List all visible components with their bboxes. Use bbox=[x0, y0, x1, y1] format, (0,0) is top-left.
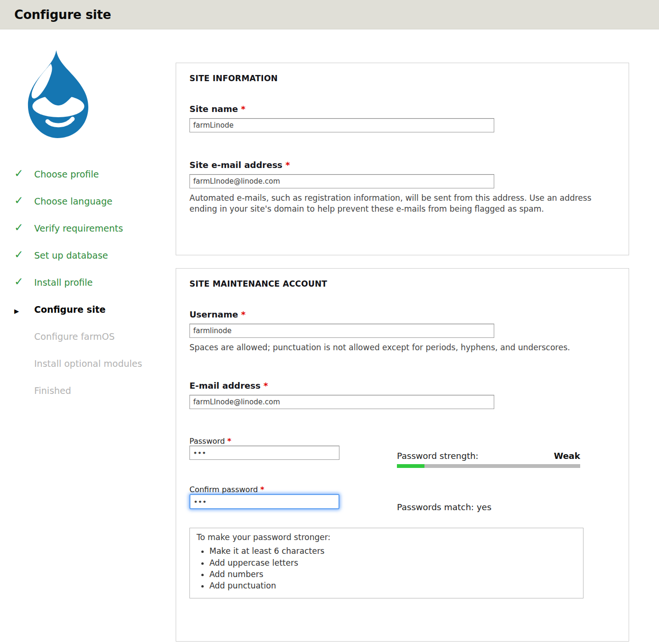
passwords-match-value: yes bbox=[477, 502, 491, 512]
site-information-legend: SITE INFORMATION bbox=[189, 74, 615, 83]
step-label: Choose language bbox=[34, 196, 113, 206]
account-email-field: E-mail address * bbox=[189, 381, 615, 409]
step-label: Verify requirements bbox=[34, 223, 123, 233]
password-label: Password * bbox=[189, 437, 231, 446]
site-email-input[interactable] bbox=[189, 174, 494, 188]
confirm-password-label: Confirm password * bbox=[189, 485, 264, 494]
required-asterisk: * bbox=[260, 485, 264, 494]
confirm-password-field: Confirm password * bbox=[189, 485, 397, 512]
site-information-section: SITE INFORMATION Site name * Site e-mail… bbox=[176, 63, 629, 255]
step-label: Finished bbox=[34, 385, 71, 396]
required-asterisk: * bbox=[241, 309, 245, 319]
required-asterisk: * bbox=[285, 160, 290, 170]
site-maintenance-account-section: SITE MAINTENANCE ACCOUNT Username * Spac… bbox=[176, 268, 629, 642]
check-icon: ✓ bbox=[14, 168, 28, 179]
sidebar-item-choose-profile: ✓ Choose profile bbox=[14, 169, 176, 180]
sidebar-item-install-optional-modules: Install optional modules bbox=[14, 358, 176, 369]
password-input[interactable] bbox=[189, 446, 339, 460]
account-email-input[interactable] bbox=[189, 395, 494, 409]
check-icon: ✓ bbox=[14, 222, 28, 233]
sidebar-item-verify-requirements: ✓ Verify requirements bbox=[14, 223, 176, 234]
confirm-password-input[interactable] bbox=[189, 494, 339, 509]
step-label: Configure farmOS bbox=[34, 331, 114, 342]
sidebar-item-configure-farmos: Configure farmOS bbox=[14, 331, 176, 342]
sidebar-item-finished: Finished bbox=[14, 385, 176, 396]
username-description: Spaces are allowed; punctuation is not a… bbox=[189, 342, 586, 353]
password-row: Password * Password strength: Weak bbox=[189, 437, 615, 468]
password-strength-value: Weak bbox=[554, 451, 580, 461]
list-item: Add punctuation bbox=[209, 580, 576, 591]
list-item: Add numbers bbox=[209, 569, 576, 580]
step-label: Install optional modules bbox=[34, 358, 142, 369]
password-strength-indicator: Password strength: Weak bbox=[397, 437, 580, 468]
page-title: Configure site bbox=[14, 8, 111, 22]
sidebar-item-install-profile: ✓ Install profile bbox=[14, 277, 176, 288]
check-icon: ✓ bbox=[14, 249, 28, 260]
site-email-description: Automated e-mails, such as registration … bbox=[189, 193, 615, 215]
password-strength-bar-track bbox=[397, 464, 580, 468]
username-field: Username * Spaces are allowed; punctuati… bbox=[189, 309, 615, 353]
list-item: Add uppercase letters bbox=[209, 557, 576, 569]
page-header: Configure site bbox=[0, 0, 659, 29]
site-name-label: Site name * bbox=[189, 104, 615, 114]
install-steps-list: ✓ Choose profile ✓ Choose language ✓ Ver… bbox=[14, 169, 176, 396]
layout: ✓ Choose profile ✓ Choose language ✓ Ver… bbox=[0, 29, 659, 644]
step-label: Install profile bbox=[34, 277, 93, 288]
sidebar-item-set-up-database: ✓ Set up database bbox=[14, 250, 176, 261]
site-name-input[interactable] bbox=[189, 118, 494, 132]
password-suggestions-list: Make it at least 6 characters Add upperc… bbox=[197, 545, 576, 591]
step-label: Set up database bbox=[34, 250, 108, 261]
username-label: Username * bbox=[189, 309, 615, 319]
required-asterisk: * bbox=[264, 381, 268, 391]
list-item: Make it at least 6 characters bbox=[209, 545, 576, 557]
password-suggestions-box: To make your password stronger: Make it … bbox=[189, 528, 584, 598]
password-strength-label: Password strength: bbox=[397, 451, 479, 461]
sidebar-item-choose-language: ✓ Choose language bbox=[14, 196, 176, 207]
check-icon: ✓ bbox=[14, 195, 28, 206]
password-strength-bar-fill bbox=[397, 464, 424, 468]
account-email-label: E-mail address * bbox=[189, 381, 615, 391]
site-maintenance-account-legend: SITE MAINTENANCE ACCOUNT bbox=[189, 279, 615, 289]
drupal-logo-icon bbox=[12, 47, 100, 144]
sidebar-item-configure-site: ▶ Configure site bbox=[14, 304, 176, 315]
passwords-match-status: Passwords match: yes bbox=[397, 485, 580, 512]
site-email-field: Site e-mail address * Automated e-mails,… bbox=[189, 160, 615, 215]
install-steps-sidebar: ✓ Choose profile ✓ Choose language ✓ Ver… bbox=[0, 29, 176, 644]
check-icon: ✓ bbox=[14, 276, 28, 287]
confirm-password-row: Confirm password * Passwords match: yes bbox=[189, 485, 615, 512]
required-asterisk: * bbox=[241, 104, 245, 114]
password-field: Password * bbox=[189, 437, 397, 468]
required-asterisk: * bbox=[227, 437, 231, 446]
username-input[interactable] bbox=[189, 324, 494, 338]
step-label: Choose profile bbox=[34, 169, 99, 179]
passwords-match-label: Passwords match: bbox=[397, 502, 474, 512]
arrow-right-icon: ▶ bbox=[14, 306, 28, 317]
step-label: Configure site bbox=[34, 304, 105, 315]
site-email-label: Site e-mail address * bbox=[189, 160, 615, 170]
configure-site-form: SITE INFORMATION Site name * Site e-mail… bbox=[176, 29, 629, 644]
password-suggestions-intro: To make your password stronger: bbox=[197, 532, 576, 542]
site-name-field: Site name * bbox=[189, 104, 615, 132]
